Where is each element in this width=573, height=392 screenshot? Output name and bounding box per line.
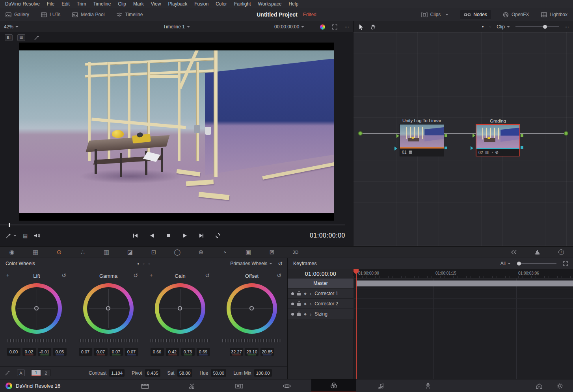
menu-item-clip[interactable]: Clip: [114, 0, 130, 8]
menu-item-mark[interactable]: Mark: [130, 0, 147, 8]
node-01[interactable]: Unity Log To Linear 01 ▦: [400, 124, 444, 156]
gamma-b-value[interactable]: 0.07: [125, 348, 138, 356]
viewer-zoom-select[interactable]: 42%: [4, 21, 19, 32]
node-01-key-output[interactable]: [445, 147, 447, 149]
cut-page-button[interactable]: [183, 379, 201, 392]
lift-b-value[interactable]: 0.05: [53, 348, 67, 356]
media-pool-button[interactable]: Media Pool: [72, 12, 104, 17]
color-wheels-icon[interactable]: ⊙: [47, 247, 71, 258]
gain-r-value[interactable]: 0.42: [166, 348, 179, 356]
node-01-key-input[interactable]: [394, 147, 397, 150]
lum-mix-value[interactable]: 100.00: [254, 369, 272, 377]
node-view-dot-icon[interactable]: ○: [489, 25, 491, 28]
openfx-button[interactable]: OpenFX: [503, 12, 529, 18]
edit-page-button[interactable]: [231, 379, 248, 392]
grab-still-button[interactable]: [6, 232, 17, 240]
wheel-tab-1[interactable]: 1: [31, 370, 41, 376]
menu-item-fusion[interactable]: Fusion: [191, 0, 212, 8]
node-zoom-slider[interactable]: [515, 24, 559, 29]
thumbnail-view-toggle[interactable]: ▦: [17, 34, 25, 41]
clips-button[interactable]: Clips: [421, 12, 449, 17]
qualifier-icon[interactable]: ⊡: [142, 247, 166, 258]
lock-icon[interactable]: [297, 313, 301, 316]
contrast-value[interactable]: 1.184: [109, 369, 125, 377]
page-dot-icon[interactable]: ○: [148, 262, 150, 266]
luts-button[interactable]: LUTs: [41, 12, 60, 17]
go-to-start-button[interactable]: [130, 232, 140, 240]
blur-icon[interactable]: ◔: [213, 247, 236, 258]
nodes-button[interactable]: Nodes: [460, 10, 491, 19]
lift-reset-icon[interactable]: ↺: [61, 272, 66, 279]
track-enable-icon[interactable]: [291, 292, 294, 295]
gain-y-value[interactable]: 0.66: [151, 348, 164, 356]
offset-g-value[interactable]: 23.10: [245, 348, 259, 356]
gamma-reset-icon[interactable]: ↺: [133, 272, 138, 279]
graph-input-dot[interactable]: [358, 131, 363, 136]
keyframes-filter-select[interactable]: All: [500, 261, 511, 266]
pivot-value[interactable]: 0.435: [145, 369, 160, 377]
node-02[interactable]: Grading 02 ▥ ◔ ⊛: [476, 124, 520, 156]
gamma-g-value[interactable]: 0.07: [110, 348, 123, 356]
menu-item-help[interactable]: Help: [285, 0, 302, 8]
menu-item-fairlight[interactable]: Fairlight: [231, 0, 255, 8]
lightbox-button[interactable]: Lightbox: [541, 12, 567, 17]
fairlight-page-button[interactable]: [372, 379, 390, 392]
play-button[interactable]: [180, 232, 190, 240]
menu-item-playback[interactable]: Playback: [164, 0, 191, 8]
info-icon[interactable]: i: [549, 247, 573, 258]
stereo-3d-button[interactable]: 3D: [284, 247, 307, 258]
play-reverse-button[interactable]: [147, 232, 157, 240]
color-boost-icon[interactable]: [320, 24, 325, 30]
lift-r-value[interactable]: 0.02: [22, 348, 36, 356]
node-02-rgb-output[interactable]: [521, 134, 523, 137]
timeline-playhead[interactable]: [356, 269, 357, 379]
node-options-icon[interactable]: ···: [564, 24, 569, 29]
lock-icon[interactable]: [297, 293, 301, 295]
scopes-icon[interactable]: [526, 247, 549, 258]
timeline-button[interactable]: Timeline: [116, 12, 143, 17]
track-corrector-2[interactable]: ◆ › Corrector 2: [288, 299, 353, 309]
offset-b-value[interactable]: 20.85: [260, 348, 274, 356]
lift-wheel-puck[interactable]: [34, 306, 39, 310]
rgb-mixer-icon[interactable]: ∴: [71, 247, 95, 258]
menu-item-timeline[interactable]: Timeline: [89, 0, 114, 8]
menu-item-workspace[interactable]: Workspace: [255, 0, 285, 8]
timeline-select[interactable]: Timeline 1: [163, 21, 190, 32]
loop-button[interactable]: [213, 232, 223, 240]
page-dot-icon[interactable]: ●: [137, 262, 139, 266]
gain-wheel-puck[interactable]: [178, 306, 182, 310]
viewer-options-icon[interactable]: ···: [344, 24, 349, 29]
still-view-toggle[interactable]: ◧: [5, 34, 13, 41]
track-sizing[interactable]: ◆ › Sizing: [288, 309, 353, 319]
deliver-page-button[interactable]: [419, 379, 437, 392]
reset-all-icon[interactable]: ↺: [278, 261, 283, 266]
camera-raw-icon[interactable]: ◉: [0, 247, 24, 258]
menu-item-edit[interactable]: Edit: [58, 0, 73, 8]
tracker-icon[interactable]: ⊕: [189, 247, 213, 258]
gallery-button[interactable]: Gallery: [6, 12, 29, 17]
motion-effects-icon[interactable]: ▥: [95, 247, 118, 258]
color-page-button[interactable]: [311, 379, 356, 392]
node-01-rgb-input[interactable]: [396, 134, 399, 138]
fusion-page-button[interactable]: [278, 379, 296, 392]
go-to-end-button[interactable]: [196, 232, 207, 240]
lock-icon[interactable]: [297, 303, 301, 306]
gamma-master-slider[interactable]: [79, 339, 138, 342]
offset-r-value[interactable]: 32.27: [230, 348, 243, 356]
gain-g-value[interactable]: 0.73: [181, 348, 195, 356]
keyframes-timeline[interactable]: 01:00:00:00 01:00:01:15 01:00:03:06: [353, 269, 573, 379]
lift-g-value[interactable]: -0.01: [38, 348, 51, 356]
wheels-mode-select[interactable]: Primaries Wheels: [230, 261, 272, 266]
power-window-icon[interactable]: ◯: [166, 247, 189, 258]
graph-output-dot[interactable]: [564, 131, 568, 136]
split-screen-icon[interactable]: [502, 247, 526, 258]
project-settings-button[interactable]: [552, 379, 567, 392]
wheel-tab-2[interactable]: 2: [41, 370, 51, 376]
curves-icon[interactable]: ◪: [118, 247, 142, 258]
expand-track-icon[interactable]: ›: [310, 291, 311, 297]
scrubber-playhead[interactable]: [9, 223, 10, 227]
enhance-button[interactable]: [34, 35, 40, 41]
video-viewer[interactable]: [19, 43, 334, 221]
track-enable-icon[interactable]: [291, 313, 294, 316]
node-graph[interactable]: Unity Log To Linear 01 ▦ Grading: [353, 32, 573, 246]
